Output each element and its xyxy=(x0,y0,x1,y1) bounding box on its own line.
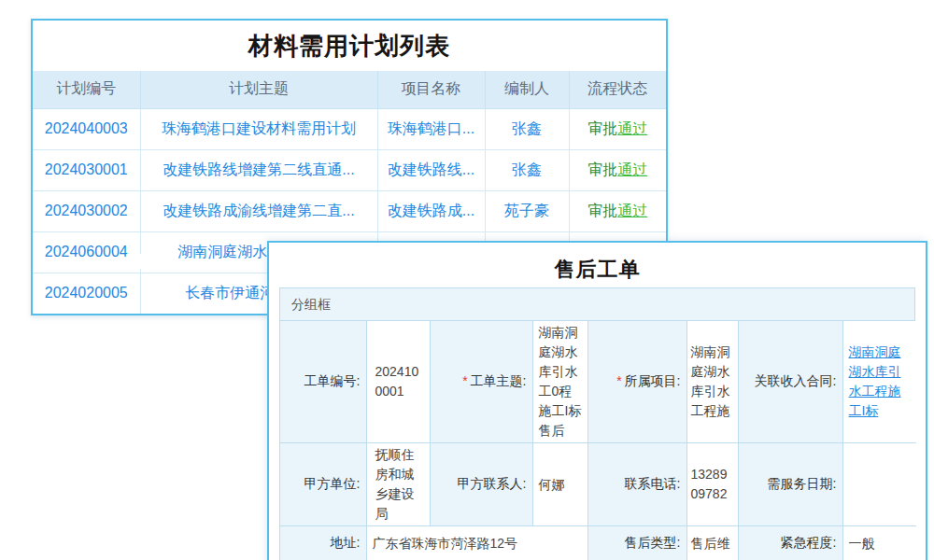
groupbox-label: 分组框 xyxy=(280,288,914,321)
urgency-label: 紧急程度: xyxy=(738,526,842,560)
service-date-value xyxy=(842,443,916,526)
status-pass-link[interactable]: 通过 xyxy=(617,203,647,218)
plan-creator-link[interactable]: 苑子豪 xyxy=(485,190,569,231)
party-a-contact-label-text: 甲方联系人: xyxy=(458,476,527,491)
required-asterisk: * xyxy=(616,373,621,388)
table-row: 2024030002 改建铁路成渝线增建第二直... 改建铁路成... 苑子豪 … xyxy=(33,190,666,231)
subject-value: 湖南洞庭湖水库引水工0程施工I标售后 xyxy=(532,321,587,443)
plan-no-link[interactable]: 2024030002 xyxy=(33,190,140,231)
form-row-3: 地址: 广东省珠海市菏泽路12号 售后类型: 售后维 紧急程度: 一般 xyxy=(280,526,916,560)
status-text: 审批 xyxy=(587,161,617,177)
plan-list-title: 材料需用计划列表 xyxy=(33,21,666,71)
form-row-2: 甲方单位: 抚顺住房和城乡建设局 甲方联系人: 何娜 联系电话: 1328909… xyxy=(280,443,916,526)
phone-label-text: 联系电话: xyxy=(625,476,681,491)
plan-creator-link[interactable]: 张鑫 xyxy=(485,149,569,190)
project-label-text: 所属项目: xyxy=(625,373,681,388)
column-header-creator: 编制人 xyxy=(485,71,569,108)
income-contract-label: 关联收入合同: xyxy=(738,321,842,443)
plan-subject-link[interactable]: 改建铁路成渝线增建第二直... xyxy=(140,190,377,231)
plan-subject-link[interactable]: 珠海鹤港口建设材料需用计划 xyxy=(140,108,377,149)
form-row-1: 工单编号: 2024100001 *工单主题: 湖南洞庭湖水库引水工0程施工I标… xyxy=(280,321,916,443)
work-order-form-table: 工单编号: 2024100001 *工单主题: 湖南洞庭湖水库引水工0程施工I标… xyxy=(280,321,916,560)
income-contract-cell: 湖南洞庭湖水库引水工程施工I标 xyxy=(842,321,916,443)
order-no-label-text: 工单编号: xyxy=(304,373,361,388)
plan-status-cell: 审批通过 xyxy=(569,149,666,190)
plan-project-link[interactable]: 珠海鹤港口... xyxy=(377,108,485,149)
urgency-label-text: 紧急程度: xyxy=(781,535,837,550)
address-value: 广东省珠海市菏泽路12号 xyxy=(366,526,587,560)
address-label: 地址: xyxy=(280,526,366,560)
white-artifact-patch xyxy=(126,254,153,269)
plan-status-cell: 审批通过 xyxy=(569,108,666,149)
required-asterisk: * xyxy=(462,373,467,388)
service-date-label-text: 需服务日期: xyxy=(768,476,837,491)
groupbox: 分组框 工单编号: 2024100001 *工单主题: 湖南洞庭湖水库引水工0程… xyxy=(279,287,915,560)
service-date-label: 需服务日期: xyxy=(738,443,842,526)
column-header-plan-no: 计划编号 xyxy=(33,71,140,108)
urgency-value: 一般 xyxy=(842,526,916,560)
status-text: 审批 xyxy=(587,203,617,218)
order-no-value: 2024100001 xyxy=(366,321,430,443)
plan-no-link[interactable]: 2024030001 xyxy=(33,149,140,190)
aftersales-type-label-text: 售后类型: xyxy=(625,535,681,550)
address-label-text: 地址: xyxy=(331,535,361,550)
plan-list-header-row: 计划编号 计划主题 项目名称 编制人 流程状态 xyxy=(33,71,666,108)
project-value: 湖南洞庭湖水库引水工程施 xyxy=(686,321,738,443)
party-a-unit-label: 甲方单位: xyxy=(280,443,366,526)
aftersales-type-label: 售后类型: xyxy=(587,526,686,560)
column-header-project: 项目名称 xyxy=(377,71,485,108)
order-no-label: 工单编号: xyxy=(280,321,366,443)
column-header-subject: 计划主题 xyxy=(140,71,377,108)
table-row: 2024040003 珠海鹤港口建设材料需用计划 珠海鹤港口... 张鑫 审批通… xyxy=(33,108,666,149)
party-a-contact-value: 何娜 xyxy=(532,443,587,526)
plan-project-link[interactable]: 改建铁路成... xyxy=(377,190,485,231)
plan-no-link[interactable]: 2024020005 xyxy=(33,273,140,314)
party-a-unit-value: 抚顺住房和城乡建设局 xyxy=(366,443,430,526)
plan-no-link[interactable]: 2024040003 xyxy=(33,108,140,149)
status-pass-link[interactable]: 通过 xyxy=(617,120,647,136)
phone-value: 1328909782 xyxy=(686,443,738,526)
subject-label-text: 工单主题: xyxy=(471,373,527,388)
plan-subject-link[interactable]: 改建铁路线增建第二线直通... xyxy=(140,149,377,190)
phone-label: 联系电话: xyxy=(587,443,686,526)
status-text: 审批 xyxy=(587,120,617,136)
screen: 材料需用计划列表 计划编号 计划主题 项目名称 编制人 流程状态 2024040… xyxy=(0,0,934,560)
table-row: 2024030001 改建铁路线增建第二线直通... 改建铁路线... 张鑫 审… xyxy=(33,149,666,190)
plan-creator-link[interactable]: 张鑫 xyxy=(485,108,569,149)
party-a-contact-label: 甲方联系人: xyxy=(430,443,532,526)
income-contract-label-text: 关联收入合同: xyxy=(755,373,837,388)
party-a-unit-label-text: 甲方单位: xyxy=(304,476,361,491)
aftersales-work-order-window: 售后工单 分组框 工单编号: 2024100001 *工单主题: 湖南洞庭湖水库… xyxy=(267,241,927,560)
plan-no-link[interactable]: 2024060004 xyxy=(33,231,140,273)
status-pass-link[interactable]: 通过 xyxy=(617,161,647,177)
project-label: *所属项目: xyxy=(587,321,686,443)
income-contract-link[interactable]: 湖南洞庭湖水库引水工程施工I标 xyxy=(849,344,901,418)
subject-label: *工单主题: xyxy=(430,321,532,443)
work-order-title: 售后工单 xyxy=(269,255,926,285)
plan-status-cell: 审批通过 xyxy=(569,190,666,231)
plan-project-link[interactable]: 改建铁路线... xyxy=(377,149,485,190)
aftersales-type-value: 售后维 xyxy=(686,526,738,560)
column-header-flow-status: 流程状态 xyxy=(569,71,666,108)
